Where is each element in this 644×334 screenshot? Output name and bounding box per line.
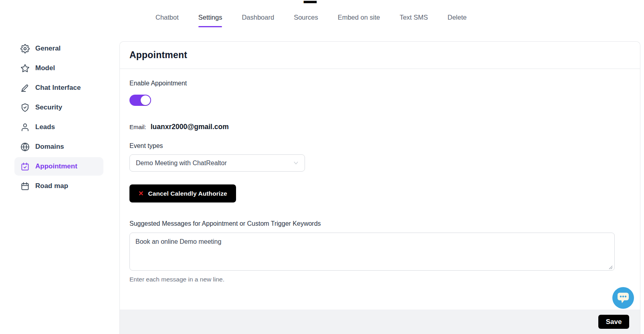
tab-sources[interactable]: Sources [294, 14, 318, 21]
tab-settings[interactable]: Settings [198, 14, 222, 21]
panel-header: Appointment [120, 42, 640, 69]
enable-appointment-label: Enable Appointment [129, 80, 630, 87]
save-button[interactable]: Save [598, 315, 629, 329]
tab-text-sms[interactable]: Text SMS [400, 14, 428, 21]
star-icon [20, 63, 30, 73]
top-nav: Chatbot Settings Dashboard Sources Embed… [155, 14, 466, 21]
sidebar-item-general[interactable]: General [14, 39, 103, 58]
tab-dashboard[interactable]: Dashboard [242, 14, 274, 21]
sidebar-item-label: Appointment [35, 162, 77, 170]
settings-sidebar: General Model Chat Interface Security Le… [14, 39, 103, 196]
sidebar-item-security[interactable]: Security [14, 98, 103, 117]
person-icon [20, 122, 30, 132]
chat-bubble-icon [616, 291, 631, 305]
calendar-check-icon [20, 162, 30, 171]
tab-chatbot[interactable]: Chatbot [155, 14, 179, 21]
sidebar-item-leads[interactable]: Leads [14, 118, 103, 136]
globe-icon [20, 142, 30, 152]
cancel-calendly-authorize-label: Cancel Calendly Authorize [148, 190, 227, 197]
sidebar-item-label: Chat Interface [35, 84, 81, 92]
sidebar-item-appointment[interactable]: Appointment [14, 157, 103, 176]
gear-icon [20, 44, 30, 53]
sidebar-item-label: Road map [35, 182, 68, 190]
email-label: Email: [129, 123, 146, 130]
email-value: luanxr2000@gmail.com [151, 123, 229, 131]
sidebar-item-label: Leads [35, 123, 55, 131]
sidebar-item-label: Domains [35, 143, 64, 151]
top-marker [303, 1, 317, 3]
toggle-knob [141, 95, 150, 105]
sidebar-item-label: Model [35, 64, 55, 72]
calendly-email-row: Email: luanxr2000@gmail.com [129, 123, 630, 131]
sidebar-item-model[interactable]: Model [14, 59, 103, 77]
event-types-selected-value: Demo Meeting with ChatRealtor [136, 160, 227, 167]
x-icon: ✕ [138, 190, 143, 197]
calendar-icon [20, 181, 30, 191]
pencil-icon [20, 83, 30, 93]
chevron-down-icon [293, 160, 299, 166]
chat-widget-button[interactable] [612, 287, 634, 309]
sidebar-item-road-map[interactable]: Road map [14, 177, 103, 195]
sidebar-item-label: General [35, 45, 61, 53]
event-types-label: Event types [129, 142, 630, 150]
event-types-select[interactable]: Demo Meeting with ChatRealtor [129, 154, 305, 172]
suggested-messages-label: Suggested Messages for Appointment or Cu… [129, 220, 630, 227]
shield-check-icon [20, 103, 30, 112]
tab-embed-on-site[interactable]: Embed on site [338, 14, 380, 21]
suggested-messages-help-text: Enter each message in a new line. [129, 276, 630, 283]
suggested-messages-textarea[interactable]: Book an online Demo meeting [129, 233, 615, 271]
sidebar-item-domains[interactable]: Domains [14, 138, 103, 156]
sidebar-item-label: Security [35, 103, 62, 111]
cancel-calendly-authorize-button[interactable]: ✕ Cancel Calendly Authorize [129, 184, 236, 202]
sidebar-item-chat-interface[interactable]: Chat Interface [14, 79, 103, 97]
appointment-settings-panel: Appointment Enable Appointment Email: lu… [119, 41, 640, 334]
tab-delete[interactable]: Delete [448, 14, 467, 21]
page-title: Appointment [129, 50, 187, 61]
panel-footer: Save [120, 310, 640, 334]
enable-appointment-toggle[interactable] [129, 95, 151, 106]
